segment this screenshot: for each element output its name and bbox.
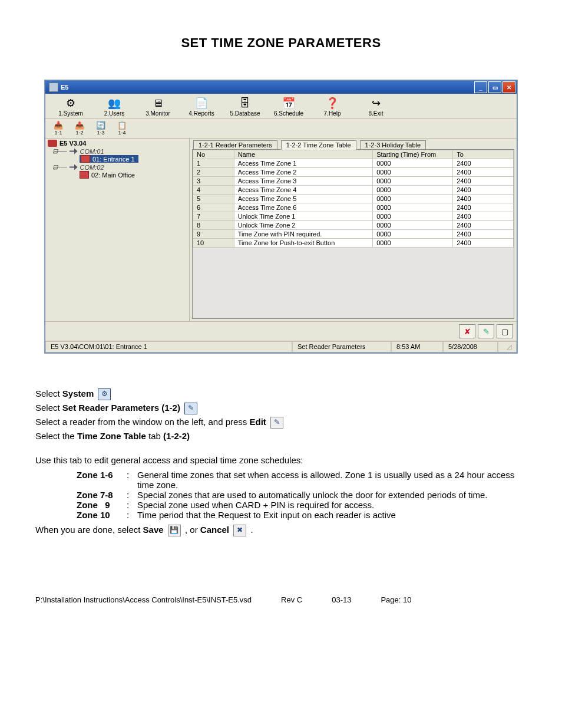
cell-from: 0000 bbox=[373, 177, 453, 186]
close-button[interactable]: ✕ bbox=[503, 81, 515, 93]
grid-empty-area bbox=[193, 248, 514, 318]
cell-from: 0000 bbox=[373, 159, 453, 168]
grid-row[interactable]: 5Access Time Zone 500002400 bbox=[193, 195, 514, 203]
cell-to: 2400 bbox=[453, 203, 514, 212]
tab-1-2-2-time-zone-table[interactable]: 1-2-2 Time Zone Table bbox=[281, 140, 356, 150]
grid-row[interactable]: 10Time Zone for Push-to-exit Button00002… bbox=[193, 239, 514, 248]
minimize-button[interactable]: _ bbox=[474, 81, 487, 93]
menu-icon: 👥 bbox=[106, 96, 123, 110]
menu-1-system[interactable]: ⚙1.System bbox=[49, 96, 92, 117]
cell-name: Unlock Time Zone 2 bbox=[234, 221, 373, 230]
grid-row[interactable]: 2Access Time Zone 200002400 bbox=[193, 168, 514, 177]
grid-header[interactable]: Name bbox=[234, 150, 373, 159]
cell-to: 2400 bbox=[453, 159, 514, 168]
tab-1-2-1-reader-parameters[interactable]: 1-2-1 Reader Parameters bbox=[193, 140, 277, 149]
cell-name: Access Time Zone 5 bbox=[234, 195, 373, 203]
grid-row[interactable]: 6Access Time Zone 600002400 bbox=[193, 203, 514, 212]
zone-definition: Zone 9:Special zone used when CARD + PIN… bbox=[77, 500, 527, 510]
menu-7-help[interactable]: ❓7.Help bbox=[310, 96, 354, 117]
cancel-button[interactable]: ✘ bbox=[459, 324, 475, 338]
edit-button[interactable]: ✎ bbox=[478, 324, 494, 338]
cell-to: 2400 bbox=[453, 239, 514, 248]
menu-icon: 📅 bbox=[280, 96, 297, 110]
cell-to: 2400 bbox=[453, 168, 514, 177]
footer-page: Page: 10 bbox=[381, 595, 411, 604]
cell-name: Access Time Zone 6 bbox=[234, 203, 373, 212]
cell-no: 10 bbox=[193, 239, 234, 248]
menu-4-reports[interactable]: 📄4.Reports bbox=[180, 96, 223, 117]
cell-to: 2400 bbox=[453, 221, 514, 230]
menu-2-users[interactable]: 👥2.Users bbox=[92, 96, 136, 117]
resize-grip[interactable]: ◿ bbox=[498, 341, 517, 353]
menu-icon: 📄 bbox=[193, 96, 210, 110]
reader-icon bbox=[81, 155, 90, 163]
footer-path: P:\Installation Instructions\Access Cont… bbox=[35, 595, 252, 604]
new-button[interactable]: ▢ bbox=[497, 324, 513, 338]
zone-definition: Zone 1-6:General time zones that set whe… bbox=[77, 470, 527, 490]
grid-row[interactable]: 7Unlock Time Zone 100002400 bbox=[193, 212, 514, 221]
status-date: 5/28/2008 bbox=[443, 341, 498, 353]
cancel-icon: ✖ bbox=[233, 525, 246, 536]
status-mode: Set Reader Parameters bbox=[292, 341, 391, 353]
menu-5-database[interactable]: 🗄5.Database bbox=[223, 96, 267, 117]
menu-6-schedule[interactable]: 📅6.Schedule bbox=[267, 96, 310, 117]
set-reader-params-icon: ✎ bbox=[184, 403, 197, 414]
cell-no: 3 bbox=[193, 177, 234, 186]
menu-icon: ⚙ bbox=[62, 96, 79, 110]
cell-from: 0000 bbox=[373, 203, 453, 212]
mini-btn-1-2[interactable]: 📤1-2 bbox=[69, 120, 90, 137]
window-title: E5 bbox=[61, 84, 68, 91]
tab-strip: 1-2-1 Reader Parameters1-2-2 Time Zone T… bbox=[190, 139, 517, 149]
menu-icon: ❓ bbox=[324, 96, 340, 110]
mini-btn-1-1[interactable]: 📥1-1 bbox=[48, 120, 69, 137]
menu-3-monitor[interactable]: 🖥3.Monitor bbox=[136, 96, 180, 117]
cell-to: 2400 bbox=[453, 230, 514, 239]
cell-to: 2400 bbox=[453, 212, 514, 221]
grid-header[interactable]: Starting (Time) From bbox=[373, 150, 453, 159]
menu-icon: ↪ bbox=[368, 96, 384, 110]
com-icon bbox=[70, 149, 78, 154]
grid-header[interactable]: No bbox=[193, 150, 234, 159]
cell-from: 0000 bbox=[373, 186, 453, 195]
grid-row[interactable]: 3Access Time Zone 300002400 bbox=[193, 177, 514, 186]
tree-com[interactable]: ⊟──COM:01 bbox=[52, 147, 189, 155]
menu-8-exit[interactable]: ↪8.Exit bbox=[354, 96, 398, 117]
tree-leaf[interactable]: 02: Main Office bbox=[80, 171, 189, 179]
tree-leaf[interactable]: 01: Entrance 1 bbox=[80, 155, 138, 163]
cell-no: 2 bbox=[193, 168, 234, 177]
tree-root[interactable]: E5 V3.04 bbox=[48, 140, 189, 147]
maximize-button[interactable]: ▭ bbox=[488, 81, 501, 93]
save-icon: 💾 bbox=[168, 525, 181, 536]
cell-name: Access Time Zone 3 bbox=[234, 177, 373, 186]
cell-no: 6 bbox=[193, 203, 234, 212]
page-title: SET TIME ZONE PARAMETERS bbox=[35, 35, 527, 51]
cell-no: 7 bbox=[193, 212, 234, 221]
grid-header[interactable]: To bbox=[453, 150, 514, 159]
cell-name: Time Zone with PIN required. bbox=[234, 230, 373, 239]
grid-row[interactable]: 9Time Zone with PIN required.00002400 bbox=[193, 230, 514, 239]
footer-date: 03-13 bbox=[332, 595, 351, 604]
cell-to: 2400 bbox=[453, 186, 514, 195]
status-path: E5 V3.04\COM:01\01: Entrance 1 bbox=[45, 341, 292, 353]
grid-row[interactable]: 4Access Time Zone 400002400 bbox=[193, 186, 514, 195]
mini-btn-1-4[interactable]: 📋1-4 bbox=[111, 120, 133, 137]
grid-row[interactable]: 8Unlock Time Zone 200002400 bbox=[193, 221, 514, 230]
grid-row[interactable]: 1Access Time Zone 100002400 bbox=[193, 159, 514, 168]
zone-definition: Zone 10:Time period that the Request to … bbox=[77, 510, 527, 520]
zone-definitions: Zone 1-6:General time zones that set whe… bbox=[77, 470, 527, 520]
mini-btn-1-3[interactable]: 🔄1-3 bbox=[90, 120, 111, 137]
time-zone-grid[interactable]: NoNameStarting (Time) FromTo 1Access Tim… bbox=[192, 149, 514, 319]
cell-to: 2400 bbox=[453, 195, 514, 203]
menu-icon: 🖥 bbox=[150, 96, 166, 110]
cell-name: Access Time Zone 1 bbox=[234, 159, 373, 168]
app-window: E5 _ ▭ ✕ ⚙1.System👥2.Users🖥3.Monitor📄4.R… bbox=[45, 80, 517, 353]
cell-no: 5 bbox=[193, 195, 234, 203]
cell-name: Time Zone for Push-to-exit Button bbox=[234, 239, 373, 248]
tab-1-2-3-holiday-table[interactable]: 1-2-3 Holiday Table bbox=[360, 140, 427, 149]
reader-tree[interactable]: E5 V3.04 ⊟──COM:0101: Entrance 1⊟──COM:0… bbox=[45, 139, 190, 321]
zone-definition: Zone 7-8:Special zones that are used to … bbox=[77, 490, 527, 500]
tree-com[interactable]: ⊟──COM:02 bbox=[52, 163, 189, 171]
cell-name: Access Time Zone 2 bbox=[234, 168, 373, 177]
mini-icon: 📤 bbox=[70, 121, 90, 130]
cell-no: 1 bbox=[193, 159, 234, 168]
